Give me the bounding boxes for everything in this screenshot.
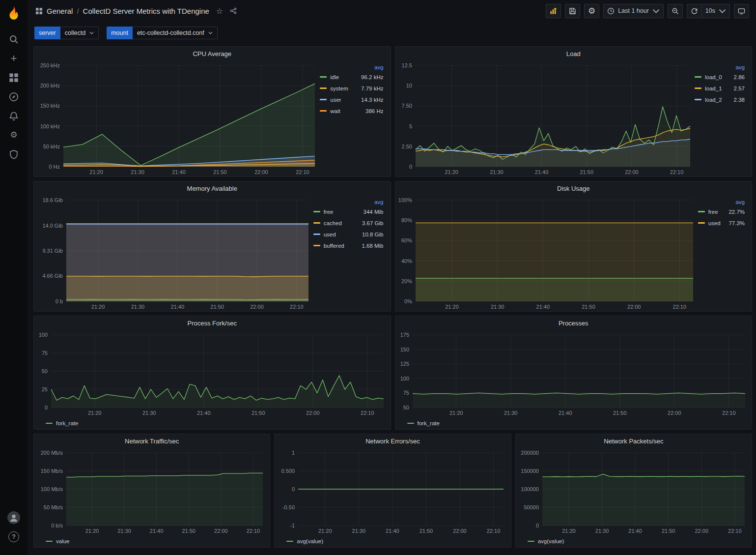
series-color-swatch: [695, 99, 701, 100]
legend-item[interactable]: free344 Mib: [313, 206, 384, 217]
legend-series-name: used: [324, 232, 336, 237]
series-color-swatch: [320, 76, 327, 78]
chart-svg: 0 b4.66 Gib9.31 Gib14.0 Gib18.6 Gib21:20…: [35, 195, 312, 311]
legend-series-value: 96.2 kHz: [361, 74, 383, 80]
legend-item[interactable]: user14.3 kHz: [320, 94, 383, 105]
svg-text:21:50: 21:50: [662, 528, 675, 534]
chart-network-traffic-sec[interactable]: 0 b/s50 Mb/s100 Mb/s150 Mb/s200 Mb/s21:2…: [35, 448, 267, 535]
variable-value-dropdown[interactable]: etc-collectd-collectd.conf: [133, 27, 218, 39]
legend-avg-header[interactable]: avg: [313, 199, 384, 205]
dashboards-icon[interactable]: [3, 68, 24, 87]
legend-item[interactable]: wait386 Hz: [320, 105, 383, 117]
legend-series-name[interactable]: value: [56, 538, 70, 544]
add-panel-button[interactable]: [546, 4, 561, 18]
legend-item[interactable]: idle96.2 kHz: [320, 71, 383, 83]
breadcrumb-dashboard-title[interactable]: CollectD Server Metrics with TDengine: [83, 7, 209, 15]
panel-title[interactable]: Network Errors/sec: [275, 434, 510, 448]
variable-selected-value: etc-collectd-collectd.conf: [137, 29, 204, 36]
svg-text:22:00: 22:00: [625, 169, 639, 175]
legend-item[interactable]: free22.7%: [698, 206, 745, 217]
svg-text:21:30: 21:30: [504, 410, 517, 416]
legend-series-value: 3.67 Gib: [362, 220, 383, 226]
legend-series-name: buffered: [324, 243, 344, 249]
legend-item[interactable]: load_22.38: [695, 94, 745, 105]
chart-load[interactable]: 02.5057.501012.521:2021:3021:4021:5022:0…: [396, 60, 694, 176]
svg-text:2.50: 2.50: [401, 144, 412, 149]
svg-text:21:20: 21:20: [445, 169, 458, 175]
svg-text:21:50: 21:50: [580, 169, 593, 175]
chart-processes[interactable]: 507510012515017521:2021:3021:4021:5022:0…: [396, 330, 749, 417]
svg-text:21:40: 21:40: [386, 528, 399, 534]
legend-series-value: 386 Hz: [365, 108, 383, 114]
panel-title[interactable]: Load: [395, 47, 752, 60]
legend-series-name[interactable]: fork_rate: [418, 420, 440, 426]
panel-title[interactable]: Processes: [395, 316, 752, 330]
gear-glyph: ⚙: [10, 131, 17, 139]
panel-title[interactable]: Memory Available: [34, 181, 391, 195]
explore-icon[interactable]: [3, 87, 24, 106]
help-icon[interactable]: ?: [3, 527, 24, 546]
server-admin-shield-icon[interactable]: [3, 145, 24, 164]
legend-item[interactable]: load_02.86: [695, 71, 745, 83]
chart-disk-usage[interactable]: 0%20%40%60%80%100%21:2021:3021:4021:5022…: [396, 195, 697, 311]
svg-text:-1: -1: [290, 523, 295, 528]
series-color-swatch: [313, 211, 320, 212]
chart-svg: 0 b/s50 Mb/s100 Mb/s150 Mb/s200 Mb/s21:2…: [35, 448, 267, 535]
legend-item[interactable]: cached3.67 Gib: [313, 217, 384, 229]
chart-cpu-average[interactable]: 0 Hz50 kHz100 kHz150 kHz200 kHz250 kHz21…: [35, 60, 319, 176]
panel-network-traffic-sec: Network Traffic/sec0 b/s50 Mb/s100 Mb/s1…: [33, 434, 270, 548]
star-icon[interactable]: ☆: [216, 6, 223, 16]
panel-title[interactable]: Disk Usage: [395, 181, 752, 195]
chart-svg: 02.5057.501012.521:2021:3021:4021:5022:0…: [396, 60, 694, 176]
time-range-picker[interactable]: Last 1 hour: [603, 4, 664, 18]
share-icon[interactable]: [230, 7, 237, 14]
svg-text:21:40: 21:40: [628, 528, 642, 534]
chart-memory-available[interactable]: 0 b4.66 Gib9.31 Gib14.0 Gib18.6 Gib21:20…: [35, 195, 312, 311]
legend: fork_rate: [34, 417, 391, 429]
variable-server[interactable]: server collectd: [34, 27, 99, 39]
chart-network-errors-sec[interactable]: -1-0.5000.500121:2021:3021:4021:5022:002…: [276, 448, 507, 535]
variable-mount[interactable]: mount etc-collectd-collectd.conf: [107, 27, 218, 39]
legend-avg-header[interactable]: avg: [695, 64, 745, 70]
zoom-out-button[interactable]: [668, 4, 683, 18]
grafana-logo[interactable]: [5, 5, 22, 22]
legend-item[interactable]: load_12.57: [695, 83, 745, 94]
series-color-swatch: [320, 110, 327, 112]
chart-process-fork-sec[interactable]: 025507510021:2021:3021:4021:5022:0022:10: [35, 330, 388, 417]
legend-avg-header[interactable]: avg: [698, 199, 745, 205]
svg-text:1: 1: [292, 450, 295, 456]
panel-title[interactable]: Network Traffic/sec: [34, 434, 270, 448]
user-avatar[interactable]: [3, 508, 24, 527]
legend-series-name[interactable]: avg(value): [538, 538, 564, 544]
legend-item[interactable]: used77.3%: [698, 217, 745, 229]
breadcrumb-folder[interactable]: General: [47, 7, 73, 15]
legend-item[interactable]: buffered1.68 Mib: [313, 240, 384, 251]
search-icon[interactable]: [3, 29, 24, 49]
cycle-view-mode-button[interactable]: [734, 4, 749, 18]
svg-text:18.6 Gib: 18.6 Gib: [42, 197, 63, 203]
panel-title[interactable]: Process Fork/sec: [34, 316, 391, 330]
refresh-interval-picker[interactable]: 10s: [701, 4, 730, 18]
legend-item[interactable]: system7.79 kHz: [320, 83, 383, 94]
legend-series-name: system: [330, 86, 348, 91]
save-dashboard-button[interactable]: [565, 4, 580, 18]
configuration-gear-icon[interactable]: ⚙: [3, 125, 24, 145]
alerting-bell-icon[interactable]: [3, 106, 24, 125]
panel-title[interactable]: CPU Average: [34, 47, 391, 60]
refresh-button[interactable]: [687, 4, 701, 18]
svg-text:21:20: 21:20: [89, 169, 103, 175]
legend-series-name[interactable]: fork_rate: [56, 420, 78, 426]
create-icon[interactable]: +: [3, 49, 24, 68]
legend-item[interactable]: used10.8 Gib: [313, 229, 384, 240]
dashboard-settings-button[interactable]: ⚙: [584, 4, 599, 18]
legend-series-name[interactable]: avg(value): [297, 538, 323, 544]
svg-text:21:30: 21:30: [490, 304, 504, 310]
legend-series-value: 2.57: [734, 86, 745, 91]
series-color-swatch: [695, 76, 701, 78]
legend-avg-header[interactable]: avg: [320, 64, 383, 70]
panel-title[interactable]: Network Packets/sec: [516, 434, 752, 448]
svg-text:60%: 60%: [401, 237, 412, 243]
variable-value-dropdown[interactable]: collectd: [60, 27, 99, 39]
svg-text:0%: 0%: [404, 298, 412, 304]
chart-network-packets-sec[interactable]: 05000010000015000020000021:2021:3021:402…: [517, 448, 749, 535]
